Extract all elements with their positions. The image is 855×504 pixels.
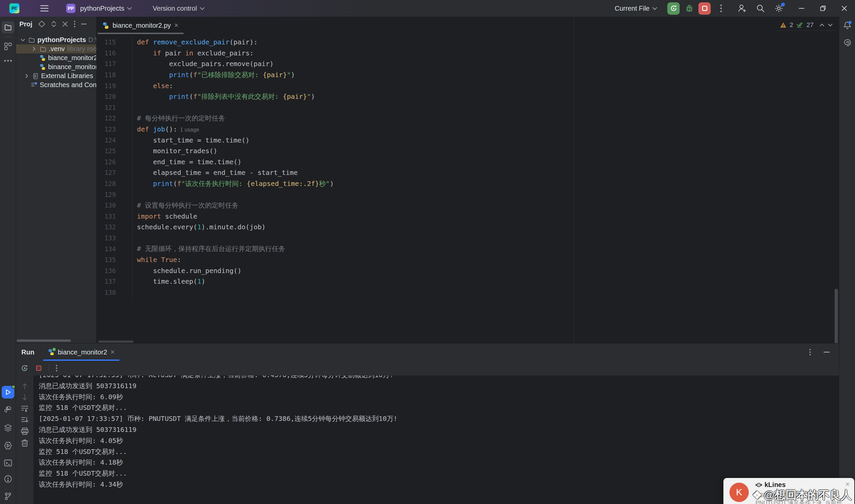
line-number[interactable]: 119 — [97, 80, 133, 91]
terminal-icon[interactable] — [4, 458, 12, 467]
project-avatar[interactable]: PP — [66, 4, 75, 13]
run-tab[interactable]: biance_monitor2 × — [43, 343, 120, 361]
code-editor[interactable]: 115def remove_exclude_pair(pair):116 if … — [97, 34, 839, 343]
project-tool-button[interactable] — [2, 21, 14, 33]
main-menu-icon[interactable] — [40, 5, 49, 12]
problems-icon[interactable] — [4, 475, 12, 483]
code-line[interactable]: 125 monitor_trades() — [97, 145, 839, 157]
editor-tab[interactable]: biance_monitor2.py × — [97, 17, 185, 34]
line-number[interactable]: 116 — [97, 48, 133, 59]
tree-item--venv[interactable]: .venvlibrary root — [16, 44, 96, 53]
line-number[interactable]: 130 — [97, 200, 133, 211]
tree-item-external-libraries[interactable]: External Libraries — [16, 71, 96, 80]
tree-chevron[interactable] — [31, 47, 37, 51]
services-layers-icon[interactable] — [4, 423, 12, 432]
tree-item-scratches-and-consoles[interactable]: Scratches and Consoles — [16, 80, 96, 89]
prev-problem-icon[interactable] — [819, 23, 825, 27]
stop-icon[interactable] — [35, 365, 42, 372]
code-line[interactable]: 131import schedule — [97, 211, 839, 222]
tree-chevron[interactable] — [19, 39, 26, 41]
line-number[interactable]: 131 — [97, 211, 133, 222]
project-panel-hscrollbar[interactable] — [17, 339, 71, 342]
line-number[interactable]: 135 — [97, 254, 133, 265]
scroll-to-end-icon[interactable] — [21, 416, 29, 424]
code-line[interactable]: 127 elapsed_time = end_time - start_time — [97, 167, 839, 178]
chevron-down-icon[interactable] — [21, 39, 25, 41]
line-number[interactable]: 128 — [97, 178, 133, 189]
run-tool-button[interactable] — [2, 386, 14, 398]
clear-console-trash-icon[interactable] — [21, 439, 29, 447]
up-stack-trace-icon[interactable] — [21, 383, 28, 390]
console-options-kebab-icon[interactable] — [56, 365, 57, 372]
code-line[interactable]: 137 time.sleep(1) — [97, 276, 839, 287]
line-number[interactable]: 117 — [97, 58, 133, 69]
line-number[interactable]: 120 — [97, 91, 133, 102]
rerun-icon[interactable] — [21, 364, 29, 372]
more-actions-icon[interactable] — [720, 4, 722, 13]
code-line[interactable]: 135while True: — [97, 254, 839, 265]
run-configuration-selector[interactable]: Current File — [615, 5, 657, 12]
code-line[interactable]: 123def job(): 1 usage — [97, 124, 839, 135]
hide-panel-icon[interactable] — [824, 352, 830, 353]
code-line[interactable]: 133 — [97, 233, 839, 244]
locate-file-icon[interactable] — [38, 20, 46, 28]
tree-item-pythonprojects[interactable]: pythonProjectsD:\pyth — [16, 35, 96, 44]
rerun-button[interactable] — [667, 2, 680, 15]
notifications-bell-icon[interactable] — [843, 21, 852, 30]
line-number[interactable]: 115 — [97, 37, 133, 48]
code-line[interactable]: 122# 每分钟执行一次的定时任务 — [97, 113, 839, 124]
project-selector[interactable]: pythonProjects — [80, 5, 132, 12]
panel-options-kebab-icon[interactable] — [74, 21, 75, 28]
window-close-icon[interactable] — [841, 5, 848, 12]
soft-wrap-icon[interactable] — [21, 405, 29, 412]
code-line[interactable]: 132schedule.every(1).minute.do(job) — [97, 222, 839, 233]
editor-vscrollbar[interactable] — [835, 289, 838, 345]
ai-assistant-icon[interactable] — [843, 38, 852, 48]
tree-item-binance-monitor-py[interactable]: binance_monitor.py — [16, 62, 96, 71]
tab-close-icon[interactable]: × — [110, 348, 115, 356]
line-number[interactable]: 134 — [97, 243, 133, 254]
code-line[interactable]: 138 — [97, 287, 839, 298]
line-number[interactable]: 123 — [97, 124, 133, 135]
print-icon[interactable] — [21, 428, 29, 435]
inspections-widget[interactable]: 2 27 — [777, 19, 836, 31]
line-number[interactable]: 133 — [97, 233, 133, 244]
panel-options-kebab-icon[interactable] — [809, 349, 811, 356]
line-number[interactable]: 124 — [97, 134, 133, 145]
line-number[interactable]: 118 — [97, 69, 133, 80]
code-with-me-icon[interactable] — [737, 4, 747, 13]
stop-button[interactable] — [698, 2, 711, 15]
code-line[interactable]: 129 — [97, 189, 839, 200]
code-line[interactable]: 117 exclude_pairs.remove(pair) — [97, 58, 839, 69]
code-line[interactable]: 121 — [97, 102, 839, 113]
line-number[interactable]: 121 — [97, 102, 133, 113]
expand-collapse-icon[interactable] — [51, 21, 56, 28]
code-line[interactable]: 115def remove_exclude_pair(pair): — [97, 37, 839, 48]
code-line[interactable]: 118 print(f"已移除排除交易对: {pair}") — [97, 69, 839, 80]
code-line[interactable]: 134# 无限循环，保持程序在后台运行并定期执行任务 — [97, 243, 839, 254]
code-line[interactable]: 119 else: — [97, 80, 839, 91]
chevron-right-icon[interactable] — [33, 47, 35, 51]
settings-gear-icon[interactable] — [774, 4, 784, 13]
line-number[interactable]: 137 — [97, 276, 133, 287]
window-minimize-icon[interactable] — [798, 5, 805, 12]
python-console-icon[interactable] — [4, 406, 12, 414]
code-line[interactable]: 130# 设置每分钟执行一次的定时任务 — [97, 200, 839, 211]
structure-icon[interactable] — [4, 42, 12, 51]
editor-hscrollbar[interactable] — [98, 340, 134, 343]
line-number[interactable]: 122 — [97, 113, 133, 124]
search-icon[interactable] — [756, 4, 765, 13]
hide-panel-icon[interactable] — [81, 23, 87, 25]
run-anything-hexagon-icon[interactable] — [4, 441, 12, 450]
vcs-widget[interactable]: Version control — [153, 5, 204, 12]
debug-bug-icon[interactable] — [685, 4, 694, 13]
collapse-all-icon[interactable] — [62, 21, 68, 27]
line-number[interactable]: 136 — [97, 265, 133, 276]
toast-close-icon[interactable]: × — [845, 481, 850, 488]
version-control-branch-icon[interactable] — [4, 492, 12, 501]
more-tool-windows-icon[interactable] — [4, 59, 12, 62]
down-stack-trace-icon[interactable] — [21, 394, 28, 401]
line-number[interactable]: 127 — [97, 167, 133, 178]
line-number[interactable]: 125 — [97, 145, 133, 157]
console-output[interactable]: [2025-01-07 17:32:53] 币种: ACTUSDT 满足条件上涨… — [33, 376, 839, 504]
